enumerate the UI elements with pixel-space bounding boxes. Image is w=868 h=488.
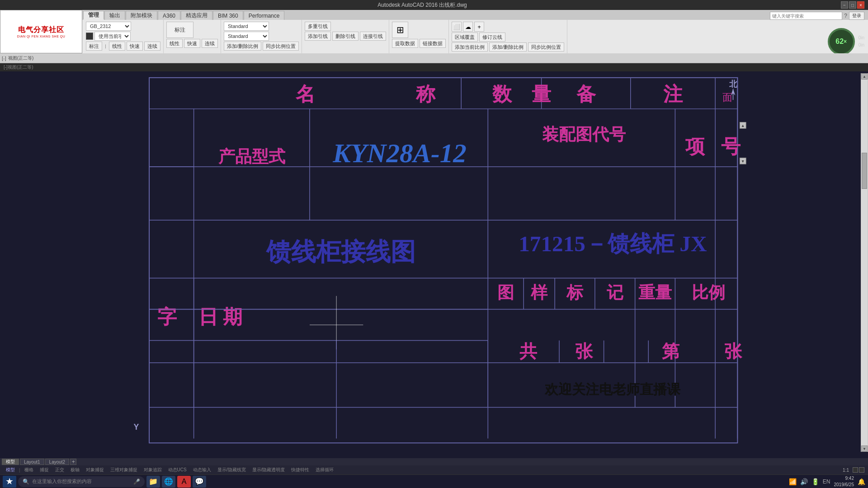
network-icon[interactable]: 📶: [789, 478, 797, 485]
mark-label: 标: [566, 283, 584, 302]
extract-data-btn[interactable]: 提取数据: [392, 39, 418, 48]
multi-ref-btn[interactable]: 多重引线: [305, 22, 331, 31]
modify-cloud-btn[interactable]: 修订云线: [479, 33, 505, 42]
status-ortho[interactable]: 正交: [53, 466, 66, 474]
add-tab-button[interactable]: +: [70, 459, 76, 465]
add-scale-btn[interactable]: 添加当前比例: [452, 42, 488, 52]
start-button[interactable]: [3, 476, 16, 488]
scale-select1[interactable]: Standard: [224, 22, 269, 31]
scale-select2[interactable]: Standard: [224, 32, 269, 41]
connect-ref-btn[interactable]: 连接引线: [360, 32, 386, 41]
status-transparency[interactable]: 显示/隐藏透明度: [250, 466, 288, 474]
search-box[interactable]: 🔍 在这里输入你想搜索的内容 🎤: [18, 476, 145, 487]
weight-label: 重量: [638, 283, 672, 302]
minimize-button[interactable]: −: [841, 1, 848, 9]
view-label: 视图(正二等): [8, 55, 34, 61]
status-model[interactable]: 模型: [4, 466, 17, 474]
add-del-scale-btn[interactable]: 添加/删除比例: [489, 42, 527, 52]
revision-cloud-icon[interactable]: ☁: [463, 22, 473, 32]
add-remove-scale-btn[interactable]: 添加/删除比例: [224, 42, 261, 51]
promotion-text: 欢迎关注电老师直播课: [544, 382, 681, 397]
volume-icon[interactable]: 🔊: [800, 478, 808, 485]
font-row: GB_2312: [86, 22, 160, 31]
layout1-tab[interactable]: Layout1: [20, 459, 44, 465]
ribbon-tab-featured[interactable]: 精选应用: [181, 11, 212, 20]
label-btn[interactable]: 标注: [166, 22, 193, 38]
icon-snap[interactable]: [859, 467, 864, 473]
status-selcycle[interactable]: 选择循环: [313, 466, 336, 474]
continuous-button[interactable]: 连续: [144, 42, 160, 51]
status-3dosnap[interactable]: 三维对象捕捉: [108, 466, 140, 474]
font-select[interactable]: GB_2312: [86, 22, 131, 31]
status-osnap[interactable]: 对象捕捉: [84, 466, 106, 474]
scroll-down-arrow[interactable]: ▼: [861, 446, 868, 452]
table-icon[interactable]: ⊞: [392, 22, 408, 38]
region-cover-btn[interactable]: 区域覆盖: [452, 33, 478, 42]
ribbon-tab-output[interactable]: 输出: [104, 11, 125, 20]
task-icon-files[interactable]: 📁: [146, 476, 160, 488]
sync-scale-btn[interactable]: 同步比例位置: [263, 42, 299, 51]
status-snap[interactable]: 捕捉: [38, 466, 51, 474]
search-area: ? 登录: [770, 12, 868, 20]
status-polar[interactable]: 极轴: [68, 466, 82, 474]
status-quickprop[interactable]: 快捷特性: [289, 466, 311, 474]
ribbon-tab-bim360[interactable]: BIM 360: [213, 11, 243, 20]
status-grid[interactable]: 栅格: [22, 466, 36, 474]
page-end-label: 张: [724, 342, 743, 361]
layout2-tab[interactable]: Layout2: [45, 459, 70, 465]
link-data-btn[interactable]: 链接数据: [420, 39, 446, 48]
right-top-label: 面: [722, 92, 732, 103]
y-label: Y: [134, 422, 139, 432]
region-cover-icon[interactable]: ⬜: [452, 22, 462, 32]
status-dynin[interactable]: 动态输入: [191, 466, 213, 474]
mic-icon[interactable]: 🎤: [133, 479, 140, 485]
quick-btn2[interactable]: 快速: [184, 39, 200, 48]
close-button[interactable]: ×: [857, 1, 864, 9]
continuous-btn2[interactable]: 连续: [202, 39, 218, 48]
vertical-scrollbar: ▲ ▼: [861, 73, 868, 452]
zoom-value: 62: [835, 38, 844, 46]
notification-icon[interactable]: 🔔: [858, 478, 865, 485]
style-select[interactable]: 使用当前项: [94, 32, 131, 41]
status-otrack[interactable]: 对象追踪: [142, 466, 164, 474]
model-tabs-row: 模型 Layout1 Layout2 +: [0, 458, 868, 465]
battery-icon[interactable]: 🔋: [811, 478, 819, 485]
sync-pos-btn[interactable]: 同步比例位置: [528, 42, 564, 52]
login-button[interactable]: 登录: [849, 12, 864, 20]
page-label: 第: [662, 342, 680, 361]
task-icon-chat[interactable]: 💬: [193, 476, 206, 488]
status-lineweight[interactable]: 显示/隐藏线宽: [215, 466, 248, 474]
sample-label: 样: [530, 283, 548, 302]
ribbon-tab-performance[interactable]: Performance: [244, 11, 285, 20]
search-input[interactable]: [770, 12, 842, 20]
maximize-button[interactable]: □: [849, 1, 856, 9]
annotation-button[interactable]: 标注: [86, 42, 102, 51]
linear-btn2[interactable]: 线性: [166, 39, 183, 48]
quick-button[interactable]: 快速: [127, 42, 143, 51]
product-type-label: 产品型式: [218, 147, 286, 166]
number-label: 号: [721, 136, 741, 157]
taskbar-search-text: 在这里输入你想搜索的内容: [32, 478, 92, 485]
model-tab[interactable]: 模型: [2, 459, 19, 465]
ribbon-tab-management[interactable]: 管理: [83, 11, 104, 20]
bracket-open: [-]: [2, 56, 6, 61]
scroll-up-arrow[interactable]: ▲: [861, 73, 868, 80]
icon-grid[interactable]: [853, 467, 858, 473]
label-top-row: 标注: [166, 22, 218, 38]
task-icon-browser[interactable]: 🌐: [162, 476, 175, 488]
question-icon[interactable]: ?: [844, 13, 847, 19]
linear-button[interactable]: 线性: [109, 42, 125, 51]
task-icon-autocad[interactable]: A: [177, 476, 191, 488]
keyboard-icon[interactable]: EN: [823, 479, 830, 485]
ribbon-tab-addon[interactable]: 附加模块: [126, 11, 157, 20]
label-btns-row: 线性 快速 连续: [166, 39, 218, 48]
style-row: 使用当前项: [86, 32, 160, 41]
ribbon-tab-a360[interactable]: A360: [158, 11, 180, 20]
add-ref-btn[interactable]: 添加引线: [305, 32, 331, 41]
add-cloud-icon[interactable]: +: [474, 22, 484, 32]
time-display: 9:42: [834, 475, 854, 482]
status-ducs[interactable]: 动态UCS: [166, 466, 189, 474]
logo-line1: 电气分享社区: [18, 25, 64, 34]
del-ref-btn[interactable]: 删除引线: [332, 32, 359, 41]
scroll-thumb[interactable]: [862, 153, 867, 189]
